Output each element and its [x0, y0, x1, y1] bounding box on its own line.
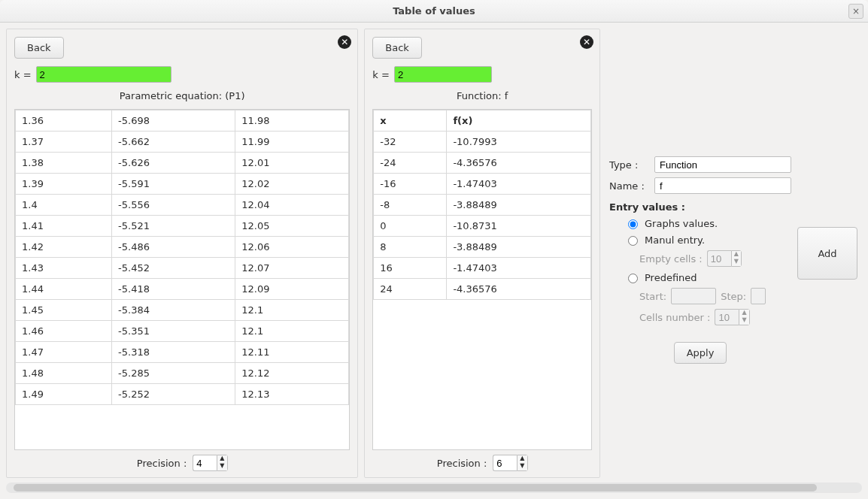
precision-input[interactable]	[193, 455, 217, 471]
window-body: ✕ Back k = Parametric equation: (P1) 1.3…	[0, 23, 868, 499]
table-row[interactable]: -8-3.88489	[374, 195, 591, 216]
table-cell: 16	[374, 258, 447, 279]
table-cell: 12.12	[235, 363, 349, 384]
horizontal-scrollbar[interactable]	[6, 482, 862, 493]
table-cell: -16	[374, 174, 447, 195]
spin-down-icon: ▼	[732, 259, 741, 266]
table-cell: -5.591	[112, 174, 235, 195]
table-row[interactable]: 1.39-5.59112.02	[16, 174, 349, 195]
table-cell: -4.36576	[447, 279, 591, 300]
panel-close-button[interactable]: ✕	[580, 35, 593, 49]
table-header[interactable]: x	[374, 110, 447, 132]
table-cell: 11.99	[235, 132, 349, 153]
table-row[interactable]: 1.42-5.48612.06	[16, 237, 349, 258]
precision-input[interactable]	[493, 455, 517, 471]
table-cell: 12.06	[235, 237, 349, 258]
table-cell: -5.626	[112, 153, 235, 174]
entry-values-label: Entry values :	[609, 201, 791, 213]
start-label: Start:	[639, 291, 666, 302]
content-row: ✕ Back k = Parametric equation: (P1) 1.3…	[6, 29, 862, 478]
step-input	[751, 288, 766, 304]
titlebar: Table of values ×	[0, 0, 868, 23]
spin-down-icon[interactable]: ▼	[517, 463, 527, 470]
type-input[interactable]	[654, 156, 791, 173]
table-cell: 1.4	[16, 195, 112, 216]
table-row[interactable]: -32-10.7993	[374, 132, 591, 153]
table-cell: 1.36	[16, 110, 112, 132]
radio-graphs-label: Graphs values.	[645, 218, 718, 229]
table-cell: 12.09	[235, 279, 349, 300]
table-row[interactable]: 1.47-5.31812.11	[16, 342, 349, 363]
table-row[interactable]: 1.49-5.25212.13	[16, 384, 349, 405]
table-cell: 1.38	[16, 153, 112, 174]
table-row[interactable]: 0-10.8731	[374, 216, 591, 237]
table-row[interactable]: 1.41-5.52112.05	[16, 216, 349, 237]
precision-label: Precision :	[437, 458, 487, 469]
table-cell: 12.04	[235, 195, 349, 216]
close-icon: ✕	[583, 37, 590, 47]
k-input[interactable]	[394, 66, 492, 83]
back-button[interactable]: Back	[14, 37, 64, 59]
spin-down-icon[interactable]: ▼	[217, 463, 226, 470]
table-row[interactable]: 1.46-5.35112.1	[16, 321, 349, 342]
table-row[interactable]: 1.38-5.62612.01	[16, 153, 349, 174]
parametric-table-scroll[interactable]: 1.36-5.69811.981.37-5.66211.991.38-5.626…	[14, 109, 350, 450]
table-cell: 1.47	[16, 342, 112, 363]
empty-cells-input	[707, 250, 731, 267]
table-cell: -1.47403	[447, 258, 591, 279]
table-cell: 24	[374, 279, 447, 300]
table-row[interactable]: -16-1.47403	[374, 174, 591, 195]
radio-graphs-values[interactable]	[628, 219, 638, 229]
table-row[interactable]: 1.43-5.45212.07	[16, 258, 349, 279]
precision-spin[interactable]: ▲ ▼	[193, 455, 227, 471]
table-cell: -5.662	[112, 132, 235, 153]
table-cell: -10.7993	[447, 132, 591, 153]
table-cell: 1.46	[16, 321, 112, 342]
table-row[interactable]: 1.36-5.69811.98	[16, 110, 349, 132]
table-cell: 12.13	[235, 384, 349, 405]
table-cell: -24	[374, 153, 447, 174]
precision-spin[interactable]: ▲ ▼	[493, 455, 527, 471]
table-cell: -5.556	[112, 195, 235, 216]
table-cell: 1.48	[16, 363, 112, 384]
table-cell: 0	[374, 216, 447, 237]
table-header[interactable]: f(x)	[447, 110, 591, 132]
function-table: xf(x) -32-10.7993-24-4.36576-16-1.47403-…	[373, 110, 591, 300]
table-row[interactable]: 16-1.47403	[374, 258, 591, 279]
step-label: Step:	[721, 291, 746, 302]
table-row[interactable]: 1.45-5.38412.1	[16, 300, 349, 321]
radio-predefined[interactable]	[628, 274, 638, 283]
radio-manual-entry[interactable]	[628, 236, 638, 246]
add-button[interactable]: Add	[797, 227, 857, 280]
scrollbar-thumb[interactable]	[14, 484, 817, 491]
table-cell: -8	[374, 195, 447, 216]
table-cell: 1.42	[16, 237, 112, 258]
table-cell: -5.521	[112, 216, 235, 237]
right-side: Type : Name : Entry values : Graphs valu…	[606, 29, 862, 478]
table-row[interactable]: 1.44-5.41812.09	[16, 279, 349, 300]
back-button[interactable]: Back	[372, 37, 422, 59]
table-cell: 12.1	[235, 321, 349, 342]
table-row[interactable]: 24-4.36576	[374, 279, 591, 300]
empty-cells-spin: ▲ ▼	[707, 250, 742, 267]
k-input[interactable]	[36, 66, 171, 83]
panel-title: Parametric equation: (P1)	[14, 90, 350, 101]
name-input[interactable]	[654, 177, 791, 194]
start-input	[671, 288, 716, 304]
radio-manual-label: Manul entry.	[645, 234, 705, 246]
table-cell: 12.02	[235, 174, 349, 195]
spin-down-icon: ▼	[739, 317, 748, 325]
table-row[interactable]: 1.48-5.28512.12	[16, 363, 349, 384]
function-table-scroll[interactable]: xf(x) -32-10.7993-24-4.36576-16-1.47403-…	[372, 109, 592, 450]
window-close-button[interactable]: ×	[848, 4, 863, 19]
table-row[interactable]: 1.4-5.55612.04	[16, 195, 349, 216]
table-cell: -5.351	[112, 321, 235, 342]
table-row[interactable]: -24-4.36576	[374, 153, 591, 174]
table-row[interactable]: 1.37-5.66211.99	[16, 132, 349, 153]
form-column: Type : Name : Entry values : Graphs valu…	[609, 29, 791, 478]
table-cell: -5.698	[112, 110, 235, 132]
table-row[interactable]: 8-3.88489	[374, 237, 591, 258]
type-label: Type :	[609, 159, 650, 171]
table-cell: -5.252	[112, 384, 235, 405]
apply-button[interactable]: Apply	[674, 342, 727, 364]
